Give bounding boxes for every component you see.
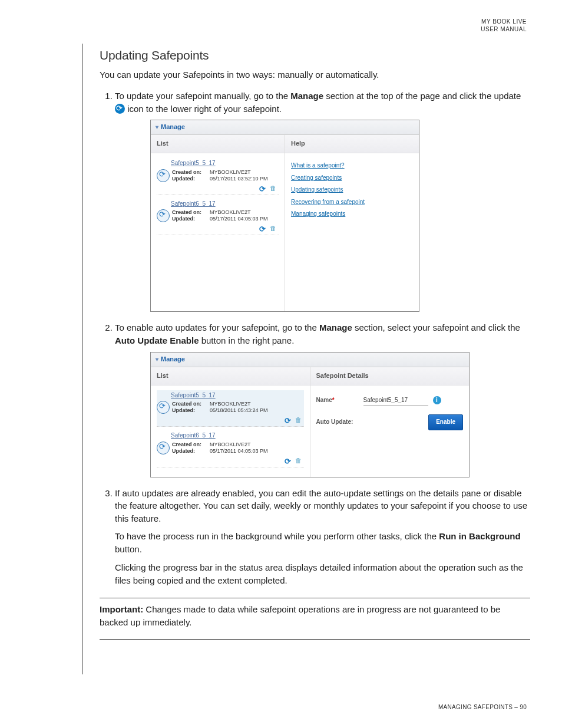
enable-button[interactable]: Enable bbox=[428, 414, 463, 430]
important-note: Important: Changes made to data while sa… bbox=[100, 603, 530, 629]
auto-update-enable-bold: Auto Update Enable bbox=[115, 335, 199, 345]
update-icon[interactable] bbox=[258, 184, 266, 192]
doc-header-line2: USER MANUAL bbox=[481, 25, 527, 33]
required-asterisk: * bbox=[332, 397, 335, 403]
update-icon[interactable] bbox=[283, 456, 291, 464]
footer-sep: – bbox=[513, 704, 520, 710]
date-value: 05/18/2011 05:43:24 PM bbox=[210, 407, 268, 413]
manage-bold-1: Manage bbox=[290, 91, 323, 101]
step-2: To enable auto updates for your safepoin… bbox=[115, 321, 530, 477]
chevron-down-icon: ▾ bbox=[156, 123, 158, 132]
manage-tab-label: Manage bbox=[161, 355, 185, 363]
help-link[interactable]: Recovering from a safepoint bbox=[291, 198, 413, 207]
safepoint-name: Safepoint6_5_17 bbox=[157, 200, 279, 209]
screenshot-manage-help: ▾Manage List Safepoint5_5_17 bbox=[150, 120, 419, 312]
step-1-text-a: To update your safepoint manually, go to… bbox=[115, 91, 290, 101]
trash-icon[interactable] bbox=[269, 224, 276, 232]
help-column-header: Help bbox=[285, 135, 419, 153]
chevron-down-icon: ▾ bbox=[156, 355, 158, 364]
manage-tab-bar[interactable]: ▾Manage bbox=[151, 353, 469, 367]
info-icon[interactable]: i bbox=[433, 396, 441, 404]
safepoint-item[interactable]: Safepoint5_5_17 Created on: Updated: bbox=[157, 158, 279, 195]
safepoint-icon bbox=[157, 169, 170, 182]
trash-icon[interactable] bbox=[294, 456, 302, 464]
safepoint-item[interactable]: Safepoint6_5_17 Created on: Updated: bbox=[157, 430, 304, 467]
step-1-text-c: section at the top of the page and click… bbox=[323, 91, 521, 101]
step-2-text-a: To enable auto updates for your safepoin… bbox=[115, 322, 319, 332]
page-footer: MANAGING SAFEPOINTS – 90 bbox=[438, 704, 527, 710]
safepoint-item[interactable]: Safepoint6_5_17 Created on: Updated: bbox=[157, 199, 279, 236]
update-icon[interactable] bbox=[283, 416, 291, 423]
date-value: 05/17/2011 04:05:03 PM bbox=[210, 448, 268, 454]
update-icon[interactable] bbox=[258, 224, 266, 232]
safepoint-name: Safepoint6_5_17 bbox=[157, 431, 304, 440]
details-column-header: Safepoint Details bbox=[310, 367, 470, 386]
updated-label: Updated: bbox=[172, 216, 195, 222]
name-field-label: Name bbox=[316, 397, 332, 403]
device-value: MYBOOKLIVE2T bbox=[210, 442, 251, 447]
updated-label: Updated: bbox=[172, 176, 195, 182]
step-3-p3: Clicking the progress bar in the status … bbox=[115, 561, 530, 587]
manage-tab-label: Manage bbox=[161, 123, 185, 130]
doc-header: MY BOOK LIVE USER MANUAL bbox=[481, 18, 527, 33]
created-label: Created on: bbox=[172, 442, 201, 447]
step-3: If auto updates are already enabled, you… bbox=[115, 487, 530, 587]
created-label: Created on: bbox=[172, 401, 201, 407]
help-link[interactable]: Updating safepoints bbox=[291, 186, 413, 195]
safepoint-name: Safepoint5_5_17 bbox=[157, 391, 304, 400]
manage-tab-bar[interactable]: ▾Manage bbox=[151, 120, 419, 135]
footer-page: 90 bbox=[520, 704, 527, 710]
footer-section: MANAGING SAFEPOINTS bbox=[438, 704, 513, 710]
help-link[interactable]: Managing safepoints bbox=[291, 210, 413, 219]
device-value: MYBOOKLIVE2T bbox=[210, 401, 251, 407]
update-icon bbox=[115, 104, 125, 114]
divider bbox=[100, 639, 530, 640]
date-value: 05/17/2011 03:52:10 PM bbox=[210, 176, 268, 182]
help-link[interactable]: Creating safepoints bbox=[291, 174, 413, 183]
step-3-text: If auto updates are already enabled, you… bbox=[115, 488, 527, 524]
step-3-p2a: To have the process run in the backgroun… bbox=[115, 531, 439, 541]
safepoint-icon bbox=[157, 442, 170, 454]
manage-bold-2: Manage bbox=[319, 322, 352, 332]
step-1-text-d: icon to the lower right of your safepoin… bbox=[125, 104, 282, 114]
important-lead: Important: bbox=[100, 604, 143, 614]
updated-label: Updated: bbox=[172, 448, 195, 454]
safepoint-item[interactable]: Safepoint5_5_17 Created on: Updated: bbox=[157, 390, 304, 427]
name-field-value[interactable]: Safepoint5_5_17 bbox=[363, 395, 428, 407]
help-link[interactable]: What is a safepoint? bbox=[291, 162, 413, 170]
screenshot-manage-details: ▾Manage List Safepoint5_5_17 bbox=[150, 352, 470, 477]
run-in-background-bold: Run in Background bbox=[439, 531, 520, 541]
safepoint-name: Safepoint5_5_17 bbox=[157, 159, 279, 168]
updated-label: Updated: bbox=[172, 407, 195, 413]
section-title: Updating Safepoints bbox=[100, 48, 530, 62]
list-column-header: List bbox=[151, 135, 285, 153]
step-2-text-e: button in the right pane. bbox=[199, 335, 295, 345]
device-value: MYBOOKLIVE2T bbox=[210, 169, 251, 175]
safepoint-icon bbox=[157, 401, 170, 414]
step-2-text-c: section, select your safepoint and click… bbox=[352, 322, 520, 332]
important-text: Changes made to data while safepoint ope… bbox=[100, 604, 500, 627]
auto-update-label: Auto Update: bbox=[316, 418, 363, 427]
date-value: 05/17/2011 04:05:03 PM bbox=[210, 216, 268, 222]
created-label: Created on: bbox=[172, 209, 201, 215]
safepoint-icon bbox=[157, 209, 170, 222]
divider bbox=[100, 598, 530, 598]
step-1: To update your safepoint manually, go to… bbox=[115, 90, 530, 312]
list-column-header: List bbox=[151, 367, 310, 386]
created-label: Created on: bbox=[172, 169, 201, 175]
intro-text: You can update your Safepoints in two wa… bbox=[100, 68, 530, 81]
doc-header-line1: MY BOOK LIVE bbox=[481, 18, 527, 25]
trash-icon[interactable] bbox=[294, 416, 302, 423]
trash-icon[interactable] bbox=[269, 184, 276, 192]
step-3-p2c: button. bbox=[115, 544, 142, 554]
device-value: MYBOOKLIVE2T bbox=[210, 209, 251, 215]
